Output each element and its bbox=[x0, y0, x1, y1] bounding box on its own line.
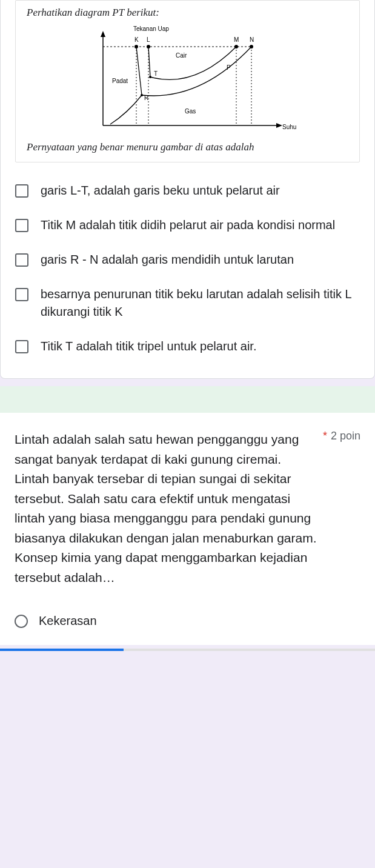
progress-bar bbox=[0, 649, 375, 651]
option-text: Titik M adalah titik didih pelarut air p… bbox=[41, 216, 335, 234]
diagram-container: Perhatikan diagram PT berikut: Tekanan U… bbox=[15, 0, 360, 162]
radio-option-row[interactable]: Kekerasan bbox=[15, 603, 360, 633]
label-padat: Padat bbox=[112, 78, 128, 84]
label-T: T bbox=[154, 70, 158, 77]
option-text: garis L-T, adalah garis beku untuk pelar… bbox=[41, 182, 280, 199]
section-divider bbox=[0, 386, 375, 413]
checkbox[interactable] bbox=[15, 219, 28, 232]
svg-marker-2 bbox=[101, 31, 105, 37]
points-label: 2 poin bbox=[331, 430, 360, 442]
question-2-meta: *2 poin bbox=[323, 430, 360, 442]
label-L: L bbox=[147, 36, 150, 43]
x-axis-label: Suhu bbox=[282, 124, 296, 130]
label-cair: Cair bbox=[176, 52, 187, 59]
diagram-caption-bottom: Pernyataan yang benar menuru gambar di a… bbox=[27, 141, 348, 153]
label-N: N bbox=[250, 36, 254, 43]
checkbox-option-list: garis L-T, adalah garis beku untuk pelar… bbox=[15, 173, 360, 364]
y-axis-label: Tekanan Uap bbox=[133, 25, 169, 32]
option-text: garis R - N adalah garis mendidih untuk … bbox=[41, 251, 294, 269]
question-2-text: Lintah adalah salah satu hewan penggangg… bbox=[15, 430, 323, 587]
option-text: Titik T adalah titik tripel untuk pelaru… bbox=[41, 338, 256, 355]
option-row[interactable]: Titik M adalah titik didih pelarut air p… bbox=[15, 208, 360, 242]
option-row[interactable]: garis R - N adalah garis mendidih untuk … bbox=[15, 242, 360, 277]
checkbox[interactable] bbox=[15, 288, 28, 301]
option-row[interactable]: Titik T adalah titik tripel untuk pelaru… bbox=[15, 329, 360, 364]
progress-fill bbox=[0, 649, 124, 651]
option-text: besarnya penurunan titik beku larutan ad… bbox=[41, 285, 360, 321]
option-row[interactable]: besarnya penurunan titik beku larutan ad… bbox=[15, 277, 360, 329]
pt-diagram: Tekanan Uap Suhu K L M N Padat Cair Gas bbox=[79, 22, 297, 138]
checkbox[interactable] bbox=[15, 184, 28, 198]
required-marker: * bbox=[323, 430, 327, 442]
diagram-caption-top: Perhatikan diagram PT berikut: bbox=[27, 7, 348, 19]
radio-label: Kekerasan bbox=[39, 614, 97, 628]
label-M: M bbox=[234, 36, 239, 43]
option-row[interactable]: garis L-T, adalah garis beku untuk pelar… bbox=[15, 173, 360, 208]
label-gas: Gas bbox=[185, 108, 196, 115]
question-2-card: Lintah adalah salah satu hewan penggangg… bbox=[0, 413, 375, 645]
checkbox[interactable] bbox=[15, 340, 28, 353]
radio[interactable] bbox=[15, 615, 28, 628]
checkbox[interactable] bbox=[15, 253, 28, 267]
svg-marker-3 bbox=[276, 123, 282, 128]
question-1-card: Perhatikan diagram PT berikut: Tekanan U… bbox=[0, 0, 375, 379]
label-K: K bbox=[134, 36, 139, 43]
